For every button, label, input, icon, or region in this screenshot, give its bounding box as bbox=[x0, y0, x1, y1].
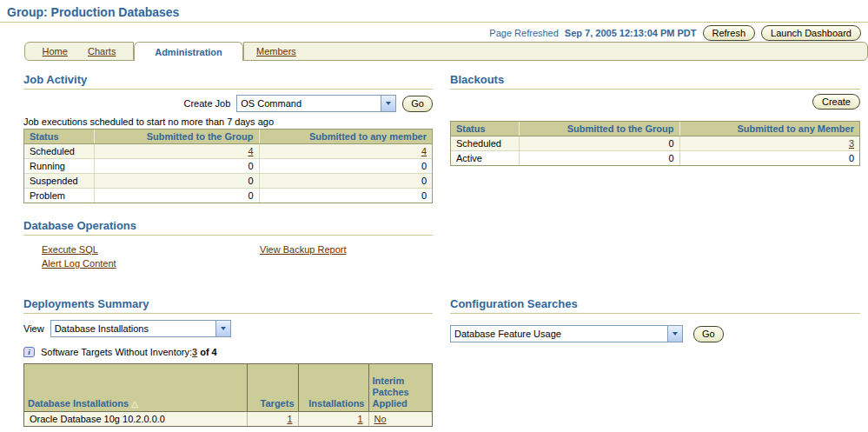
deployments-col-targets[interactable]: Targets bbox=[247, 364, 298, 412]
create-blackout-button[interactable]: Create bbox=[812, 94, 860, 110]
chevron-down-icon-shape bbox=[673, 332, 678, 336]
deployments-table: Database Installations△ Targets Installa… bbox=[23, 363, 433, 427]
blackouts-title: Blackouts bbox=[450, 73, 860, 90]
launch-dashboard-button[interactable]: Launch Dashboard bbox=[761, 25, 861, 41]
job-activity-caption: Job executions scheduled to start no mor… bbox=[23, 116, 433, 127]
chevron-down-icon-shape bbox=[386, 102, 391, 105]
cell-member-count: 0 bbox=[259, 159, 432, 174]
page-title: Group: Production Databases bbox=[7, 5, 179, 19]
configuration-search-go-button[interactable]: Go bbox=[693, 326, 724, 342]
deployments-col-name-sort[interactable]: Database Installations△ bbox=[24, 364, 247, 412]
cell-member-count: 0 bbox=[679, 151, 859, 166]
cell-group-count: 0 bbox=[519, 136, 679, 151]
cell-member-count: 0 bbox=[259, 174, 432, 189]
cell-status: Problem bbox=[24, 189, 94, 203]
view-row: View Database Installations bbox=[23, 320, 433, 337]
cell-member-count: 0 bbox=[259, 189, 432, 203]
chevron-down-icon-shape bbox=[221, 327, 226, 330]
blackouts-table-header-row: Status Submitted to the Group Submitted … bbox=[451, 122, 859, 136]
alert-log-content-link[interactable]: Alert Log Content bbox=[42, 258, 242, 269]
configuration-search-row: Database Feature Usage Go bbox=[450, 325, 860, 342]
configuration-searches-section: Configuration Searches Database Feature … bbox=[450, 297, 860, 342]
chevron-down-icon[interactable] bbox=[215, 321, 230, 336]
scheduled-member-count-link[interactable]: 4 bbox=[421, 146, 427, 156]
job-activity-table: Status Submitted to the Group Submitted … bbox=[23, 129, 433, 203]
inventory-suffix: of 4 bbox=[200, 347, 217, 357]
tab-segment-left: Home Charts bbox=[24, 42, 134, 61]
create-job-go-button[interactable]: Go bbox=[402, 96, 433, 112]
blackouts-section: Blackouts Create Status Submitted to the… bbox=[450, 73, 860, 166]
page-refreshed-time: Sep 7, 2005 12:13:04 PM PDT bbox=[565, 28, 697, 38]
table-row: Suspended 0 0 bbox=[24, 174, 432, 189]
cell-status: Scheduled bbox=[24, 144, 94, 159]
scheduled-group-count-link[interactable]: 4 bbox=[248, 146, 253, 156]
tab-bar-spacer bbox=[0, 42, 24, 61]
chevron-down-icon[interactable] bbox=[381, 96, 395, 111]
job-activity-section: Job Activity Create Job OS Command Go Jo… bbox=[23, 73, 433, 203]
dbops-link-column-2: View Backup Report bbox=[242, 244, 346, 269]
tab-segment-right: Members bbox=[243, 42, 868, 61]
table-row: Scheduled 0 3 bbox=[451, 136, 859, 151]
info-icon: i bbox=[23, 347, 35, 357]
inventory-count-link[interactable]: 3 bbox=[192, 347, 197, 357]
cell-group-count: 0 bbox=[94, 189, 259, 203]
deployments-summary-title: Deployments Summary bbox=[23, 297, 433, 314]
job-col-status: Status bbox=[24, 130, 94, 144]
tab-administration[interactable]: Administration bbox=[134, 42, 243, 61]
blackouts-col-status: Status bbox=[451, 122, 519, 136]
dbops-link-column-1: Execute SQL Alert Log Content bbox=[23, 244, 242, 269]
blackouts-col-group: Submitted to the Group bbox=[519, 122, 679, 136]
database-operations-links: Execute SQL Alert Log Content View Backu… bbox=[23, 244, 433, 269]
table-row: Scheduled 4 4 bbox=[24, 144, 432, 159]
view-label: View bbox=[23, 323, 44, 334]
targets-count-link[interactable]: 1 bbox=[287, 414, 292, 424]
inventory-info-row: i Software Targets Without Inventory:3of… bbox=[23, 347, 433, 357]
view-select[interactable]: Database Installations bbox=[50, 320, 231, 337]
cell-status: Running bbox=[24, 159, 94, 174]
deployments-summary-section: Deployments Summary View Database Instal… bbox=[23, 297, 433, 427]
refresh-button[interactable]: Refresh bbox=[703, 25, 756, 41]
cell-installation-name: Oracle Database 10g 10.2.0.0.0 bbox=[24, 412, 247, 427]
page-refreshed-label: Page Refreshed bbox=[489, 28, 559, 38]
tab-home[interactable]: Home bbox=[43, 46, 68, 56]
database-operations-section: Database Operations Execute SQL Alert Lo… bbox=[23, 219, 433, 269]
job-activity-title: Job Activity bbox=[23, 73, 433, 90]
inventory-text: Software Targets Without Inventory:3of 4 bbox=[41, 347, 217, 357]
tab-members[interactable]: Members bbox=[256, 46, 296, 56]
blackouts-table: Status Submitted to the Group Submitted … bbox=[450, 121, 860, 166]
cell-group-count: 0 bbox=[94, 174, 259, 189]
refresh-row: Page Refreshed Sep 7, 2005 12:13:04 PM P… bbox=[489, 25, 861, 41]
create-job-row: Create Job OS Command Go bbox=[23, 95, 433, 112]
view-backup-report-link[interactable]: View Backup Report bbox=[260, 244, 346, 255]
sort-asc-icon: △ bbox=[131, 399, 138, 409]
configuration-search-select[interactable]: Database Feature Usage bbox=[450, 325, 683, 342]
title-rule bbox=[0, 22, 868, 23]
table-row: Problem 0 0 bbox=[24, 189, 432, 203]
inventory-label: Software Targets Without Inventory: bbox=[41, 347, 192, 357]
scheduled-blackouts-member-link[interactable]: 3 bbox=[849, 138, 854, 149]
cell-group-count: 0 bbox=[94, 159, 259, 174]
deployments-col-installations[interactable]: Installations bbox=[298, 364, 368, 412]
tab-charts[interactable]: Charts bbox=[88, 46, 116, 56]
job-table-header-row: Status Submitted to the Group Submitted … bbox=[24, 130, 432, 144]
job-col-member: Submitted to any member bbox=[259, 130, 432, 144]
table-row: Running 0 0 bbox=[24, 159, 432, 174]
cell-status: Suspended bbox=[24, 174, 94, 189]
installations-count-link[interactable]: 1 bbox=[357, 414, 362, 424]
chevron-down-icon[interactable] bbox=[667, 326, 682, 342]
table-row: Active 0 0 bbox=[451, 151, 859, 166]
view-selected-value: Database Installations bbox=[51, 323, 149, 334]
deployments-table-header-row: Database Installations△ Targets Installa… bbox=[24, 364, 432, 412]
execute-sql-link[interactable]: Execute SQL bbox=[42, 244, 242, 255]
patches-applied-link[interactable]: No bbox=[374, 414, 387, 424]
create-job-selected-value: OS Command bbox=[237, 98, 301, 109]
cell-status: Active bbox=[451, 151, 519, 166]
tab-bar: Home Charts Administration Members bbox=[0, 42, 868, 61]
deployments-col-patches[interactable]: Interim Patches Applied bbox=[368, 364, 432, 412]
cell-status: Scheduled bbox=[451, 136, 519, 151]
tab-administration-label: Administration bbox=[155, 47, 222, 57]
configuration-search-selected-value: Database Feature Usage bbox=[451, 329, 561, 339]
create-job-select[interactable]: OS Command bbox=[236, 95, 396, 112]
job-col-group: Submitted to the Group bbox=[94, 130, 259, 144]
deployments-col-name-label: Database Installations bbox=[28, 398, 129, 409]
